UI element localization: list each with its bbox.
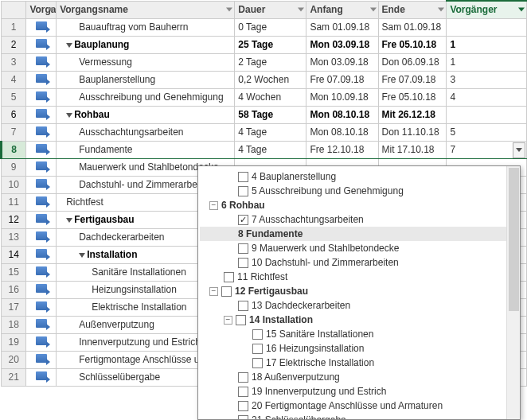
row-number[interactable]: 1 bbox=[2, 18, 26, 36]
row-number[interactable]: 8 bbox=[2, 141, 26, 158]
row-number[interactable]: 16 bbox=[2, 281, 26, 298]
tree-checkbox[interactable]: ✓ bbox=[238, 215, 248, 225]
row-number[interactable]: 6 bbox=[2, 106, 26, 123]
tree-checkbox[interactable] bbox=[238, 172, 248, 182]
tree-item[interactable]: 20 Fertigmontage Anschlüsse und Armature… bbox=[200, 399, 518, 413]
dur-cell[interactable]: 2 Tage bbox=[235, 53, 306, 71]
cell-dropdown-button[interactable] bbox=[513, 142, 525, 158]
row-number[interactable]: 9 bbox=[2, 158, 26, 176]
pred-cell[interactable]: 5 bbox=[447, 123, 527, 141]
end-cell[interactable]: Don 11.10.18 bbox=[378, 123, 447, 141]
pred-cell[interactable]: 3 bbox=[447, 71, 527, 88]
start-cell[interactable]: Mon 03.09.18 bbox=[306, 53, 378, 71]
end-cell[interactable]: Mit 17.10.18 bbox=[378, 141, 447, 158]
row-number[interactable]: 4 bbox=[2, 71, 26, 88]
end-cell[interactable]: Fre 07.09.18 bbox=[378, 71, 447, 88]
tree-item[interactable]: 15 Sanitäre Installationen bbox=[200, 327, 518, 341]
task-name-cell[interactable]: Fundamente bbox=[57, 141, 235, 158]
row-number[interactable]: 18 bbox=[2, 316, 26, 333]
pred-cell[interactable]: 1 bbox=[447, 36, 527, 53]
tree-item[interactable]: ✓7 Ausschachtungsarbeiten bbox=[200, 212, 518, 227]
tree-item[interactable]: 19 Innenverputzung und Estrich bbox=[200, 384, 518, 399]
scrollbar-thumb[interactable] bbox=[509, 168, 519, 311]
tree-item[interactable]: 21 Schlüsselübergabe bbox=[200, 413, 518, 420]
col-duration[interactable]: Dauer bbox=[235, 1, 306, 18]
start-cell[interactable]: Mon 08.10.18 bbox=[306, 106, 378, 123]
start-cell[interactable]: Mon 03.09.18 bbox=[306, 36, 378, 53]
tree-checkbox[interactable] bbox=[224, 272, 234, 282]
row-number[interactable]: 2 bbox=[2, 36, 26, 53]
tree-item[interactable]: −12 Fertigausbau bbox=[200, 284, 518, 298]
collapse-icon[interactable] bbox=[66, 113, 72, 118]
collapse-icon[interactable] bbox=[79, 253, 85, 258]
tree-checkbox[interactable] bbox=[238, 372, 248, 383]
row-number[interactable]: 21 bbox=[2, 368, 26, 386]
tree-collapse-icon[interactable]: − bbox=[209, 287, 218, 296]
row-number[interactable]: 14 bbox=[2, 246, 26, 263]
task-name-cell[interactable]: Ausschreibung und Genehmigung bbox=[57, 88, 235, 106]
tree-checkbox[interactable] bbox=[236, 315, 246, 325]
tree-item[interactable]: 16 Heizungsinstallation bbox=[200, 341, 518, 356]
tree-item[interactable]: 18 Außenverputzung bbox=[200, 370, 518, 384]
row-number[interactable]: 13 bbox=[2, 228, 26, 246]
row-number[interactable]: 12 bbox=[2, 211, 26, 228]
table-row[interactable]: 2Bauplanung25 TageMon 03.09.18Fre 05.10.… bbox=[2, 36, 527, 53]
tree-checkbox[interactable] bbox=[238, 258, 248, 268]
pred-cell[interactable]: 7 bbox=[447, 141, 527, 158]
table-row[interactable]: 5Ausschreibung und Genehmigung4 WochenMo… bbox=[2, 88, 527, 106]
tree-item[interactable]: 8 Fundamente bbox=[200, 227, 518, 241]
row-number[interactable]: 3 bbox=[2, 53, 26, 71]
dur-cell[interactable]: 4 Tage bbox=[235, 141, 306, 158]
col-start[interactable]: Anfang bbox=[306, 1, 378, 18]
collapse-icon[interactable] bbox=[66, 43, 72, 48]
row-number[interactable]: 20 bbox=[2, 351, 26, 368]
start-cell[interactable]: Sam 01.09.18 bbox=[306, 18, 378, 36]
start-cell[interactable]: Mon 08.10.18 bbox=[306, 123, 378, 141]
tree-item[interactable]: −14 Installation bbox=[200, 313, 518, 327]
tree-collapse-icon[interactable]: − bbox=[224, 316, 232, 325]
tree-checkbox[interactable] bbox=[238, 243, 248, 254]
dur-cell[interactable]: 0 Tage bbox=[235, 18, 306, 36]
dur-cell[interactable]: 4 Wochen bbox=[235, 88, 306, 106]
start-cell[interactable]: Mon 10.09.18 bbox=[306, 88, 378, 106]
task-name-cell[interactable]: Ausschachtungsarbeiten bbox=[57, 123, 235, 141]
tree-checkbox[interactable] bbox=[238, 387, 248, 397]
collapse-icon[interactable] bbox=[66, 218, 72, 223]
end-cell[interactable]: Fre 05.10.18 bbox=[378, 88, 447, 106]
row-number[interactable]: 15 bbox=[2, 263, 26, 281]
table-row[interactable]: 4Bauplanerstellung0,2 WochenFre 07.09.18… bbox=[2, 71, 527, 88]
table-row[interactable]: 7Ausschachtungsarbeiten4 TageMon 08.10.1… bbox=[2, 123, 527, 141]
tree-checkbox[interactable] bbox=[238, 415, 248, 421]
task-name-cell[interactable]: Vermessung bbox=[57, 53, 235, 71]
end-cell[interactable]: Sam 01.09.18 bbox=[378, 18, 447, 36]
task-name-cell[interactable]: Bauplanung bbox=[57, 36, 235, 53]
end-cell[interactable]: Don 06.09.18 bbox=[378, 53, 447, 71]
row-number[interactable]: 11 bbox=[2, 193, 26, 211]
row-number[interactable]: 5 bbox=[2, 88, 26, 106]
tree-checkbox[interactable] bbox=[238, 186, 248, 196]
tree-collapse-icon[interactable]: − bbox=[209, 201, 218, 210]
tree-checkbox[interactable] bbox=[238, 301, 248, 311]
task-name-cell[interactable]: Bauauftrag vom Bauherrn bbox=[57, 18, 235, 36]
start-cell[interactable]: Fre 12.10.18 bbox=[306, 141, 378, 158]
tree-item[interactable]: 4 Bauplanerstellung bbox=[200, 169, 518, 184]
pred-cell[interactable]: 1 bbox=[447, 53, 527, 71]
tree-item[interactable]: 17 Elektrische Installation bbox=[200, 356, 518, 370]
tree-item[interactable]: 9 Mauerwerk und Stahlbetondecke bbox=[200, 241, 518, 255]
row-number[interactable]: 17 bbox=[2, 298, 26, 316]
scrollbar[interactable] bbox=[506, 166, 520, 419]
dur-cell[interactable]: 25 Tage bbox=[235, 36, 306, 53]
col-indicator[interactable]: Vorga bbox=[26, 1, 57, 18]
row-number[interactable]: 7 bbox=[2, 123, 26, 141]
task-name-cell[interactable]: Bauplanerstellung bbox=[57, 71, 235, 88]
row-number[interactable]: 19 bbox=[2, 333, 26, 351]
row-number[interactable]: 10 bbox=[2, 176, 26, 193]
start-cell[interactable]: Fre 07.09.18 bbox=[306, 71, 378, 88]
task-name-cell[interactable]: Rohbau bbox=[57, 106, 235, 123]
table-row[interactable]: 1Bauauftrag vom Bauherrn0 TageSam 01.09.… bbox=[2, 18, 527, 36]
col-predecessor[interactable]: Vorgänger bbox=[447, 1, 527, 18]
pred-cell[interactable]: 4 bbox=[447, 88, 527, 106]
tree-item[interactable]: −6 Rohbau bbox=[200, 198, 518, 212]
table-row[interactable]: 8Fundamente4 TageFre 12.10.18Mit 17.10.1… bbox=[2, 141, 527, 158]
table-row[interactable]: 6Rohbau58 TageMon 08.10.18Mit 26.12.18 bbox=[2, 106, 527, 123]
